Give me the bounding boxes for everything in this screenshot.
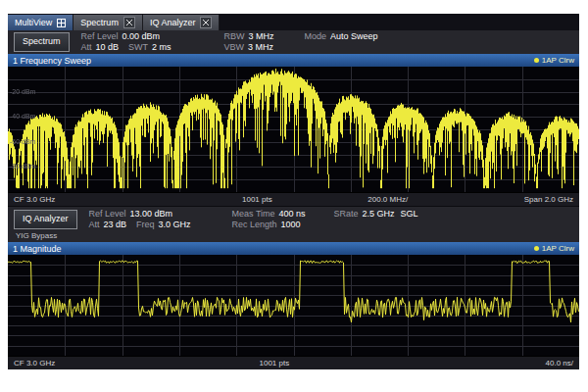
swt-label: SWT <box>128 42 148 52</box>
multiview-grid-icon <box>57 19 66 27</box>
iq-srate-settings: SRate2.5 GHz <box>334 209 389 230</box>
yig-bypass-status: YIG Bypass <box>8 230 579 242</box>
att-value[interactable]: 10 dB <box>96 42 120 52</box>
rbw-label: RBW <box>224 31 245 41</box>
magnitude-per-div-value: 40.0 ns/ <box>546 359 573 368</box>
magnitude-plot <box>8 255 579 356</box>
spectrum-plot: -20 dBm -40 dBm -60 dBm -80 dBm <box>8 67 579 192</box>
mode-label: Mode <box>305 31 327 41</box>
magnitude-title: 1 Magnitude <box>13 244 62 254</box>
tab-multiview-label: MultiView <box>15 18 52 27</box>
tab-spectrum-label: Spectrum <box>80 18 119 27</box>
trace-color-dot <box>534 246 539 251</box>
analyzer-screen: MultiView Spectrum IQ Analyzer Spectrum … <box>8 14 579 367</box>
iq-settings-row: IQ Analyzer Ref Level13.00 dBm Att23 dBF… <box>8 207 579 230</box>
spectrum-channel-header: Spectrum Ref Level0.00 dBm Att10 dBSWT2 … <box>8 30 579 54</box>
spectrum-points-value: 1001 pts <box>242 195 272 204</box>
spectrum-cf-value[interactable]: CF 3.0 GHz <box>14 195 55 204</box>
tab-spectrum[interactable]: Spectrum <box>74 15 143 30</box>
iq-att-label: Att <box>89 220 100 229</box>
tab-spectrum-close-icon[interactable] <box>123 17 135 28</box>
mode-value[interactable]: Auto Sweep <box>330 31 378 41</box>
spectrum-axis-row: CF 3.0 GHz 1001 pts 200.0 MHz/ Span 2.0 … <box>8 192 579 206</box>
spectrum-span-value[interactable]: Span 2.0 GHz <box>524 195 573 204</box>
iq-att-value[interactable]: 23 dB <box>104 220 127 229</box>
tab-bar: MultiView Spectrum IQ Analyzer <box>8 14 579 30</box>
rec-length-label: Rec Length <box>232 220 277 229</box>
spectrum-channel-button[interactable]: Spectrum <box>14 32 70 52</box>
spectrum-mode-settings: ModeAuto Sweep <box>305 32 378 52</box>
rec-length-value[interactable]: 1000 <box>281 220 301 229</box>
tab-iq-analyzer-close-icon[interactable] <box>200 17 212 28</box>
spectrum-level-settings: Ref Level0.00 dBm Att10 dBSWT2 ms <box>81 32 213 52</box>
iq-trace-legend[interactable]: 1AP Clrw <box>534 244 574 253</box>
vbw-value[interactable]: 3 MHz <box>248 42 273 52</box>
iq-ref-level-value[interactable]: 13.00 dBm <box>130 209 173 219</box>
rbw-value[interactable]: 3 MHz <box>249 31 274 41</box>
att-label: Att <box>81 42 92 52</box>
spectrum-trace-legend[interactable]: 1AP Clrw <box>534 56 574 65</box>
magnitude-plot-canvas[interactable] <box>8 255 579 356</box>
meas-time-value[interactable]: 400 ns <box>279 209 306 219</box>
frequency-sweep-title: 1 Frequency Sweep <box>13 56 91 66</box>
srate-label: SRate <box>334 209 359 219</box>
swt-value[interactable]: 2 ms <box>152 42 172 52</box>
meas-time-label: Meas Time <box>232 209 275 219</box>
magnitude-titlebar: 1 Magnitude 1AP Clrw <box>8 242 579 255</box>
spectrum-y-axis-label: -40 dBm <box>10 113 35 120</box>
ref-level-label: Ref Level <box>81 31 119 41</box>
spectrum-y-axis-label: -20 dBm <box>10 88 35 95</box>
tab-iq-analyzer[interactable]: IQ Analyzer <box>143 15 220 30</box>
tab-iq-analyzer-label: IQ Analyzer <box>150 18 196 27</box>
spectrum-per-div-value: 200.0 MHz/ <box>368 195 408 204</box>
magnitude-axis-row: CF 3.0 GHz 1001 pts 40.0 ns/ <box>8 356 579 369</box>
iq-sweep-status: SGL <box>401 209 418 230</box>
iq-ref-level-label: Ref Level <box>89 209 126 219</box>
iq-acquisition-settings: Meas Time400 ns Rec Length1000 <box>232 209 322 230</box>
spectrum-y-axis-label: -80 dBm <box>10 163 35 170</box>
magnitude-points-value: 1001 pts <box>260 359 290 368</box>
iq-channel-button[interactable]: IQ Analyzer <box>14 210 77 229</box>
iq-freq-value[interactable]: 3.0 GHz <box>159 220 191 229</box>
frequency-sweep-titlebar: 1 Frequency Sweep 1AP Clrw <box>8 54 579 67</box>
tab-multiview[interactable]: MultiView <box>8 15 74 30</box>
sgl-status-badge: SGL <box>401 209 418 219</box>
magnitude-cf-value[interactable]: CF 3.0 GHz <box>14 359 55 368</box>
spectrum-bw-settings: RBW3 MHz VBW3 MHz <box>224 32 293 52</box>
iq-channel-header: IQ Analyzer Ref Level13.00 dBm Att23 dBF… <box>8 206 579 242</box>
trace-color-dot <box>534 58 539 63</box>
spectrum-y-axis-label: -60 dBm <box>10 138 35 145</box>
iq-level-settings: Ref Level13.00 dBm Att23 dBFreq3.0 GHz <box>89 209 220 230</box>
iq-trace-legend-label: 1AP Clrw <box>542 244 574 253</box>
vbw-label: VBW <box>224 42 245 52</box>
spectrum-plot-canvas[interactable] <box>8 67 579 192</box>
spectrum-trace-legend-label: 1AP Clrw <box>542 56 574 65</box>
srate-value[interactable]: 2.5 GHz <box>363 209 395 219</box>
iq-freq-label: Freq <box>136 220 155 229</box>
ref-level-value[interactable]: 0.00 dBm <box>122 31 161 41</box>
